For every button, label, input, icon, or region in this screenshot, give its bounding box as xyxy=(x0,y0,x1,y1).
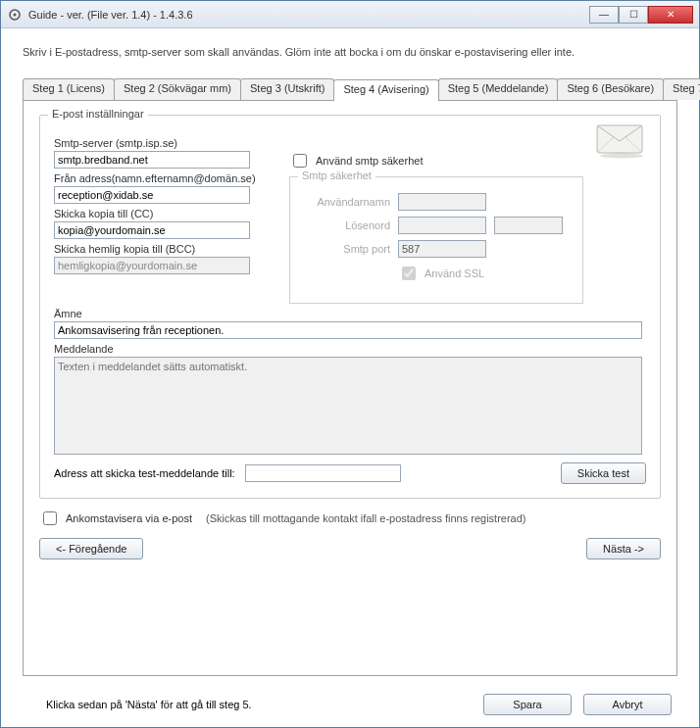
smtp-port-input xyxy=(398,240,486,258)
username-label: Användarnamn xyxy=(302,196,390,208)
tab-step3[interactable]: Steg 3 (Utskrift) xyxy=(240,78,334,100)
use-smtp-security-box[interactable] xyxy=(293,154,307,168)
password-input xyxy=(398,217,486,234)
titlebar[interactable]: Guide - ver. (File ver. 1.4) - 1.4.3.6 —… xyxy=(1,1,699,28)
subject-input[interactable] xyxy=(54,321,642,339)
cc-label: Skicka kopia till (CC) xyxy=(54,208,260,219)
nav-row: <- Föregående Nästa -> xyxy=(39,538,661,559)
ankom-row: Ankomstavisera via e-post (Skickas till … xyxy=(39,509,661,528)
ankomstavisera-hint: (Skickas till mottagande kontakt ifall e… xyxy=(206,512,525,524)
bcc-input[interactable] xyxy=(54,257,250,274)
tab-step4[interactable]: Steg 4 (Avisering) xyxy=(333,79,438,101)
window-title: Guide - ver. (File ver. 1.4) - 1.4.3.6 xyxy=(28,9,589,21)
tab-step1[interactable]: Steg 1 (Licens) xyxy=(23,78,115,100)
message-label: Meddelande xyxy=(54,343,646,355)
use-smtp-security-label: Använd smtp säkerhet xyxy=(316,155,423,167)
tab-step5[interactable]: Steg 5 (Meddelande) xyxy=(438,78,559,100)
ankomstavisera-box[interactable] xyxy=(43,511,57,525)
close-button[interactable]: ✕ xyxy=(648,6,693,24)
envelope-icon xyxy=(595,121,648,161)
from-address-label: Från adress(namn.efternamn@domän.se) xyxy=(54,172,260,184)
maximize-button[interactable]: ☐ xyxy=(619,6,648,24)
minimize-button[interactable]: — xyxy=(589,6,619,24)
subject-label: Ämne xyxy=(54,308,646,319)
group-legend: E-post inställningar xyxy=(48,108,148,120)
use-ssl-label: Använd SSL xyxy=(425,267,484,279)
tab-strip: Steg 1 (Licens) Steg 2 (Sökvägar mm) Ste… xyxy=(23,78,677,100)
smtp-server-label: Smtp-server (smtp.isp.se) xyxy=(54,137,260,149)
app-window: Guide - ver. (File ver. 1.4) - 1.4.3.6 —… xyxy=(0,0,700,728)
smtp-port-label: Smtp port xyxy=(302,243,390,255)
svg-point-1 xyxy=(14,13,17,16)
bcc-label: Skicka hemlig kopia till (BCC) xyxy=(54,243,260,255)
tab-panel: E-post inställningar Smtp-server (smtp.i… xyxy=(23,100,677,677)
left-column: Smtp-server (smtp.isp.se) Från adress(na… xyxy=(54,133,260,304)
from-address-input[interactable] xyxy=(54,186,250,204)
footer-hint: Klicka sedan på 'Nästa' för att gå till … xyxy=(46,699,252,710)
cc-input[interactable] xyxy=(54,221,250,239)
use-ssl-checkbox: Använd SSL xyxy=(398,264,484,283)
tab-step6[interactable]: Steg 6 (Besökare) xyxy=(557,78,664,100)
previous-button[interactable]: <- Föregående xyxy=(39,538,143,559)
email-settings-group: E-post inställningar Smtp-server (smtp.i… xyxy=(39,115,661,499)
save-button[interactable]: Spara xyxy=(483,694,572,715)
send-test-button[interactable]: Skicka test xyxy=(561,462,646,484)
ankomstavisera-checkbox[interactable]: Ankomstavisera via e-post xyxy=(39,509,192,528)
smtp-server-input[interactable] xyxy=(54,151,250,169)
app-gear-icon xyxy=(7,7,23,23)
use-smtp-security-checkbox[interactable]: Använd smtp säkerhet xyxy=(289,151,583,170)
test-address-label: Adress att skicka test-meddelande till: xyxy=(54,467,235,479)
tab-step2[interactable]: Steg 2 (Sökvägar mm) xyxy=(114,78,241,100)
password-label: Lösenord xyxy=(302,219,390,231)
username-input xyxy=(398,193,486,211)
cancel-button[interactable]: Avbryt xyxy=(583,694,672,715)
svg-point-3 xyxy=(600,153,643,158)
test-row: Adress att skicka test-meddelande till: … xyxy=(54,462,646,484)
test-address-input[interactable] xyxy=(245,464,401,482)
password-confirm-input xyxy=(494,217,563,234)
smtp-security-group: Smtp säkerhet Användarnamn Lösenord xyxy=(289,176,583,304)
footer: Klicka sedan på 'Nästa' för att gå till … xyxy=(23,676,677,715)
use-ssl-box xyxy=(402,267,416,280)
window-buttons: — ☐ ✕ xyxy=(589,6,693,24)
message-textarea xyxy=(54,357,642,455)
content-area: Skriv i E-postadress, smtp-server som sk… xyxy=(1,28,699,727)
right-column: Använd smtp säkerhet Smtp säkerhet Använ… xyxy=(289,133,583,304)
ankomstavisera-label: Ankomstavisera via e-post xyxy=(66,512,192,524)
next-button[interactable]: Nästa -> xyxy=(586,538,661,559)
instruction-text: Skriv i E-postadress, smtp-server som sk… xyxy=(23,44,677,61)
security-legend: Smtp säkerhet xyxy=(298,170,375,181)
tab-step7[interactable]: Steg 7(Övrigt) xyxy=(663,78,700,100)
